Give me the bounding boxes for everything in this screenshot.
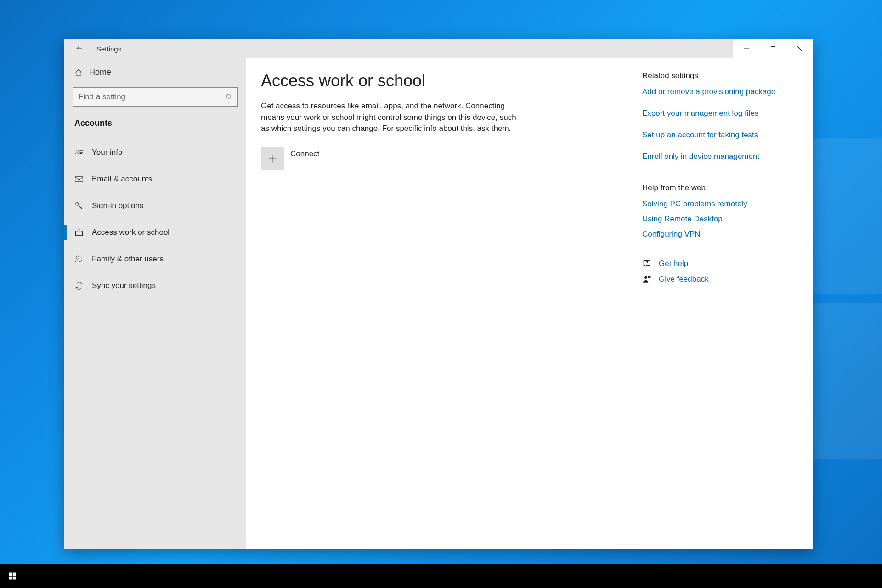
- link-provisioning-package[interactable]: Add or remove a provisioning package: [642, 87, 798, 97]
- link-export-log-files[interactable]: Export your management log files: [642, 108, 798, 119]
- page-description: Get access to resources like email, apps…: [261, 101, 518, 135]
- home-button[interactable]: Home: [64, 62, 246, 83]
- help-icon: [642, 259, 651, 268]
- search-icon: [226, 93, 233, 101]
- svg-point-4: [76, 203, 79, 206]
- link-configuring-vpn[interactable]: Configuring VPN: [642, 229, 798, 240]
- sidebar-item-label: Sync your settings: [92, 281, 156, 290]
- close-icon: [797, 46, 803, 51]
- svg-rect-11: [9, 577, 12, 580]
- sidebar-item-label: Sign-in options: [92, 201, 143, 210]
- svg-rect-10: [13, 573, 16, 576]
- get-help-label: Get help: [659, 259, 688, 268]
- taskbar[interactable]: [0, 564, 882, 588]
- svg-point-6: [76, 256, 79, 259]
- start-button[interactable]: [5, 568, 20, 584]
- windows-logo-icon: [8, 572, 17, 580]
- give-feedback-label: Give feedback: [659, 275, 709, 284]
- search-input[interactable]: [79, 92, 226, 102]
- sidebar: Home Accounts Your info Email & accounts: [64, 58, 246, 549]
- minimize-icon: [744, 46, 749, 51]
- people-icon: [74, 254, 84, 264]
- give-feedback-link[interactable]: Give feedback: [642, 275, 798, 284]
- page-title: Access work or school: [261, 71, 582, 90]
- svg-rect-9: [9, 573, 12, 576]
- close-button[interactable]: [786, 39, 813, 58]
- sidebar-item-access-work-school[interactable]: Access work or school: [64, 220, 246, 245]
- minimize-button[interactable]: [733, 39, 760, 58]
- link-remote-desktop[interactable]: Using Remote Desktop: [642, 214, 798, 225]
- plus-icon: [268, 154, 277, 164]
- settings-window: Settings Home: [64, 39, 813, 549]
- svg-rect-12: [13, 577, 16, 580]
- plus-tile: [261, 147, 284, 170]
- arrow-left-icon: [75, 45, 83, 52]
- help-from-web-heading: Help from the web: [642, 183, 798, 192]
- home-icon: [74, 68, 83, 77]
- sidebar-item-family-other-users[interactable]: Family & other users: [64, 247, 246, 271]
- connect-button[interactable]: Connect: [261, 147, 582, 170]
- related-settings-heading: Related settings: [642, 71, 798, 80]
- sidebar-item-label: Family & other users: [92, 254, 164, 264]
- maximize-button[interactable]: [760, 39, 786, 58]
- mail-icon: [74, 175, 84, 184]
- link-setup-test-account[interactable]: Set up an account for taking tests: [642, 130, 798, 141]
- svg-point-7: [644, 276, 647, 279]
- svg-rect-5: [76, 231, 83, 236]
- svg-rect-8: [648, 276, 651, 278]
- sync-icon: [74, 281, 84, 290]
- back-button[interactable]: [74, 39, 85, 58]
- svg-rect-3: [75, 176, 83, 182]
- sidebar-nav: Your info Email & accounts Sign-in optio…: [64, 134, 246, 298]
- feedback-icon: [642, 275, 651, 284]
- svg-point-1: [226, 94, 231, 98]
- svg-point-2: [76, 150, 78, 152]
- connect-label: Connect: [290, 147, 319, 158]
- window-title: Settings: [96, 45, 121, 53]
- sidebar-item-your-info[interactable]: Your info: [64, 140, 246, 165]
- search-input-wrap[interactable]: [73, 87, 238, 107]
- right-column: Related settings Add or remove a provisi…: [642, 71, 798, 534]
- sidebar-section-title: Accounts: [64, 109, 246, 134]
- link-solving-remotely[interactable]: Solving PC problems remotely: [642, 199, 798, 209]
- content-area: Access work or school Get access to reso…: [246, 58, 813, 549]
- sidebar-item-sync-settings[interactable]: Sync your settings: [64, 273, 246, 298]
- svg-rect-0: [771, 47, 775, 51]
- person-card-icon: [74, 148, 84, 157]
- sidebar-item-label: Email & accounts: [92, 175, 152, 184]
- link-enroll-device-management[interactable]: Enroll only in device management: [642, 152, 798, 162]
- home-label: Home: [89, 68, 111, 77]
- sidebar-item-label: Access work or school: [92, 228, 170, 237]
- key-icon: [74, 201, 84, 210]
- titlebar: Settings: [64, 39, 813, 58]
- sidebar-item-signin-options[interactable]: Sign-in options: [64, 193, 246, 218]
- briefcase-icon: [74, 228, 84, 237]
- sidebar-item-label: Your info: [92, 148, 122, 157]
- sidebar-item-email-accounts[interactable]: Email & accounts: [64, 167, 246, 192]
- get-help-link[interactable]: Get help: [642, 259, 798, 268]
- maximize-icon: [770, 46, 776, 51]
